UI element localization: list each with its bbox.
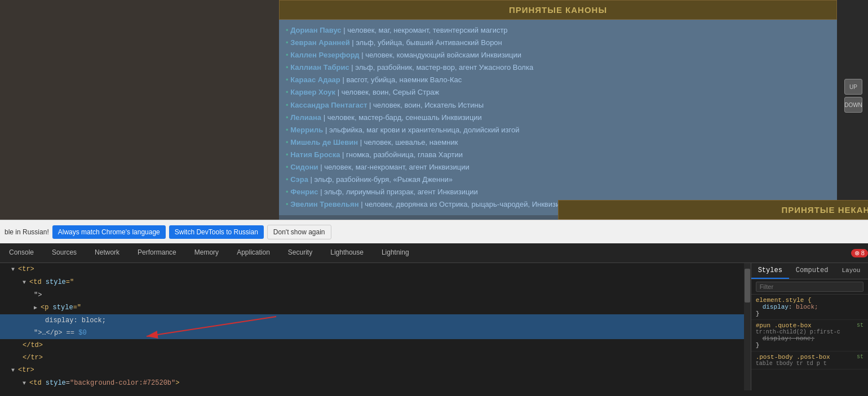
dom-line[interactable]: ▶<p style=" bbox=[0, 301, 744, 314]
error-badge: ⊗ 8 bbox=[851, 249, 868, 257]
non-canon-header: ПРИНЯТЫЕ НЕКАНОНЫ bbox=[558, 200, 868, 220]
devtools-tab-security[interactable]: Security bbox=[279, 243, 321, 262]
canon-list-item: • Дориан Павус | человек, маг, некромант… bbox=[286, 24, 830, 37]
canon-list: • Дориан Павус | человек, маг, некромант… bbox=[279, 20, 837, 215]
styles-tab-computed[interactable]: Computed bbox=[789, 263, 835, 279]
dom-line[interactable]: display: block; bbox=[0, 314, 744, 327]
canon-list-item: • Мерриль | эльфийка, маг крови и хранит… bbox=[286, 124, 830, 136]
close-brace: } bbox=[756, 310, 863, 317]
styles-tab-bar: StylesComputedLayou bbox=[751, 263, 868, 279]
dom-line[interactable]: "> bbox=[0, 289, 744, 301]
item-desc: | эльфийка, маг крови и хранительница, д… bbox=[323, 126, 519, 134]
styles-filter-input[interactable] bbox=[756, 282, 863, 292]
devtools-tab-console[interactable]: Console bbox=[0, 243, 43, 262]
webpage-area: ПРИНЯТЫЕ КАНОНЫ • Дориан Павус | человек… bbox=[0, 0, 868, 220]
bullet: • bbox=[286, 101, 290, 109]
devtools-notification: ble in Russian! Always match Chrome's la… bbox=[0, 220, 868, 243]
devtools-tab-application[interactable]: Application bbox=[228, 243, 279, 262]
dom-line[interactable]: ▼<tr> bbox=[0, 364, 744, 377]
devtools-tab-network[interactable]: Network bbox=[86, 243, 129, 262]
prop-line: display: none; bbox=[756, 335, 863, 342]
item-name: Карвер Хоук bbox=[290, 88, 335, 96]
canon-list-item: • Натия Броска | гномка, разбойница, гла… bbox=[286, 149, 830, 161]
dom-line[interactable]: ">…</p> == $0 bbox=[0, 327, 744, 339]
canon-list-item: • Карвер Хоук | человек, воин, Серый Стр… bbox=[286, 86, 830, 99]
item-desc: | человек, шевалье, наемник bbox=[358, 138, 458, 146]
dont-show-again-button[interactable]: Don't show again bbox=[267, 225, 331, 239]
item-desc: | человек, командующий войсками Инквизиц… bbox=[360, 51, 521, 59]
selector-line: #pun .quote-box st bbox=[756, 322, 863, 329]
styles-rules: element.style { display: block; } #pun .… bbox=[751, 295, 868, 370]
style-link[interactable]: st bbox=[857, 322, 863, 328]
bullet: • bbox=[286, 38, 290, 47]
item-desc: | человек, маг, некромант, тевинтерский … bbox=[342, 26, 508, 34]
bullet: • bbox=[286, 26, 290, 34]
item-desc: | васгот, убийца, наемник Вало-Кас bbox=[340, 75, 462, 84]
bullet: • bbox=[286, 51, 290, 59]
canon-header: ПРИНЯТЫЕ КАНОНЫ bbox=[279, 0, 837, 20]
devtools-tab-lightning[interactable]: Lightning bbox=[373, 243, 418, 262]
subselector: table tbody tr td p t bbox=[756, 361, 863, 367]
bullet: • bbox=[286, 150, 290, 159]
bullet: • bbox=[286, 75, 290, 84]
subselector: tr:nth-child(2) p:first-c bbox=[756, 329, 863, 335]
dom-line[interactable]: ▶<p>…</p> bbox=[0, 390, 744, 390]
dom-line[interactable]: ▼<td style="background-color:#72520b"> bbox=[0, 377, 744, 390]
devtools-tabs: ConsoleSourcesNetworkPerformanceMemoryAp… bbox=[0, 243, 868, 263]
item-name: Каллиан Табрис bbox=[290, 63, 349, 72]
match-language-button[interactable]: Always match Chrome's language bbox=[52, 225, 166, 239]
dom-line[interactable]: ▼<td style=" bbox=[0, 276, 744, 289]
styles-panel: StylesComputedLayou element.style { disp… bbox=[751, 263, 868, 390]
styles-tab-layout[interactable]: Layou bbox=[835, 263, 867, 279]
style-link-2[interactable]: st bbox=[857, 354, 863, 360]
item-name: Эвелин Тревельян bbox=[290, 200, 358, 208]
bullet: • bbox=[286, 200, 290, 208]
item-desc: | эльф, убийца, бывший Антиванский Ворон bbox=[350, 38, 502, 47]
down-button[interactable]: DOWN bbox=[844, 97, 862, 113]
item-desc: | эльф, разбойник, мастер-вор, агент Ужа… bbox=[349, 63, 533, 72]
selector: element.style { bbox=[756, 297, 863, 304]
item-name: Дориан Павус bbox=[290, 26, 341, 34]
styles-tab-styles[interactable]: Styles bbox=[751, 263, 789, 279]
canon-list-item: • Мишель де Шевин | человек, шевалье, на… bbox=[286, 136, 830, 149]
item-name: Натия Броска bbox=[290, 150, 340, 159]
prop-line: display: block; bbox=[756, 304, 863, 310]
item-desc: | человек, воин, Искатель Истины bbox=[367, 101, 484, 109]
item-name: Фенрис bbox=[290, 188, 318, 196]
left-panel bbox=[0, 0, 279, 220]
up-button[interactable]: UP bbox=[844, 79, 862, 95]
bullet: • bbox=[286, 188, 290, 196]
canon-list-item: • Лелиана | человек, мастер-бард, сенеша… bbox=[286, 112, 830, 124]
style-rule-post-body: .post-body .post-box st table tbody tr t… bbox=[751, 351, 868, 370]
dom-scrollbar[interactable] bbox=[744, 263, 751, 390]
item-name: Кассандра Пентагаст bbox=[290, 101, 367, 109]
item-name: Сэра bbox=[290, 175, 308, 184]
dom-line[interactable]: </td> bbox=[0, 339, 744, 351]
notification-prefix: ble in Russian! bbox=[5, 228, 49, 236]
item-name: Сидони bbox=[290, 163, 318, 171]
canon-list-item: • Кассандра Пентагаст | человек, воин, И… bbox=[286, 99, 830, 112]
switch-devtools-button[interactable]: Switch DevTools to Russian bbox=[169, 225, 264, 239]
canon-list-item: • Карааc Адаар | васгот, убийца, наемник… bbox=[286, 74, 830, 86]
bullet: • bbox=[286, 88, 290, 96]
devtools-tab-memory[interactable]: Memory bbox=[185, 243, 228, 262]
content-panel: ПРИНЯТЫЕ КАНОНЫ • Дориан Павус | человек… bbox=[279, 0, 837, 220]
bullet: • bbox=[286, 175, 290, 184]
style-rule-element: element.style { display: block; } bbox=[751, 295, 868, 320]
canon-list-item: • Каллен Резерфорд | человек, командующи… bbox=[286, 49, 830, 61]
selector-line: .post-body .post-box st bbox=[756, 354, 863, 361]
item-desc: | гномка, разбойница, глава Хартии bbox=[340, 150, 463, 159]
dom-line[interactable]: </tr> bbox=[0, 351, 744, 364]
item-name: Каллен Резерфорд bbox=[290, 51, 359, 59]
devtools-tab-performance[interactable]: Performance bbox=[129, 243, 185, 262]
dom-line[interactable]: ▼<tr> bbox=[0, 263, 744, 276]
devtools-tab-sources[interactable]: Sources bbox=[43, 243, 86, 262]
styles-filter-area bbox=[751, 279, 868, 295]
devtools-tab-lighthouse[interactable]: Lighthouse bbox=[321, 243, 373, 262]
canon-list-item: • Зевран Аранней | эльф, убийца, бывший … bbox=[286, 37, 830, 49]
canon-list-item: • Сидони | человек, маг-некромант, агент… bbox=[286, 161, 830, 173]
item-desc: | эльф, разбойник-буря, «Рыжая Дженни» bbox=[308, 175, 453, 184]
close-brace: } bbox=[756, 342, 863, 349]
bullet: • bbox=[286, 113, 290, 122]
bullet: • bbox=[286, 126, 290, 134]
